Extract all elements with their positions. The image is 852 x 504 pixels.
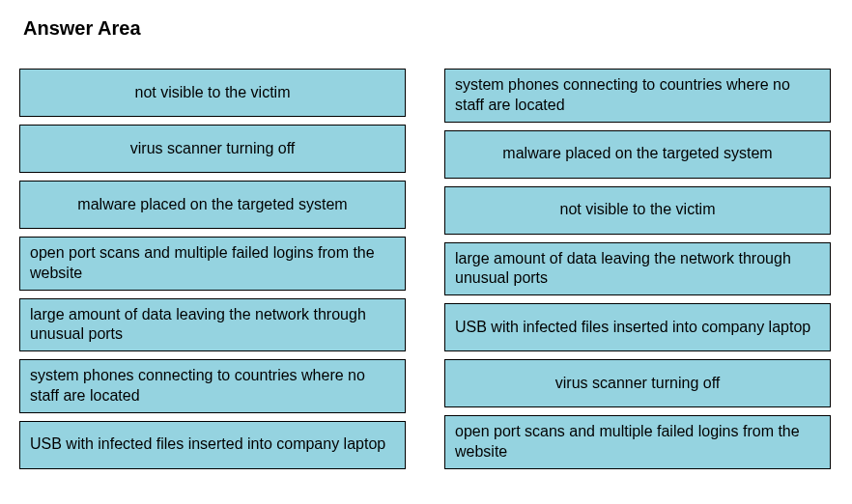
answer-box[interactable]: USB with infected files inserted into co…: [19, 421, 406, 469]
answer-box[interactable]: virus scanner turning off: [19, 125, 406, 173]
answer-box[interactable]: open port scans and multiple failed logi…: [444, 415, 831, 469]
answer-box[interactable]: system phones connecting to countries wh…: [444, 69, 831, 123]
answer-box[interactable]: system phones connecting to countries wh…: [19, 359, 406, 413]
answer-box[interactable]: large amount of data leaving the network…: [19, 298, 406, 352]
answer-box[interactable]: large amount of data leaving the network…: [444, 242, 831, 296]
right-column: system phones connecting to countries wh…: [444, 69, 831, 469]
answer-box[interactable]: malware placed on the targeted system: [444, 130, 831, 179]
answer-box[interactable]: not visible to the victim: [19, 69, 406, 117]
columns-container: not visible to the victim virus scanner …: [19, 69, 833, 469]
answer-box[interactable]: malware placed on the targeted system: [19, 181, 406, 229]
answer-box[interactable]: open port scans and multiple failed logi…: [19, 237, 406, 291]
answer-box[interactable]: virus scanner turning off: [444, 359, 831, 407]
answer-box[interactable]: not visible to the victim: [444, 186, 831, 235]
page-title: Answer Area: [19, 17, 833, 40]
answer-box[interactable]: USB with infected files inserted into co…: [444, 303, 831, 351]
left-column: not visible to the victim virus scanner …: [19, 69, 406, 469]
